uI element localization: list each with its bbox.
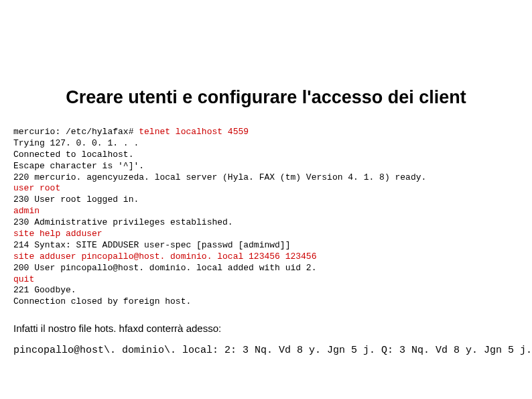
file-paragraph: Infatti il nostro file hots. hfaxd conte… xyxy=(13,323,519,334)
terminal-command-admin: admin xyxy=(13,206,40,216)
terminal-line: 214 Syntax: SITE ADDUSER user-spec [pass… xyxy=(13,240,290,250)
terminal-command-user: user root xyxy=(13,183,60,193)
terminal-line: Trying 127. 0. 0. 1. . . xyxy=(13,138,139,148)
terminal-command-telnet: telnet localhost 4559 xyxy=(139,127,249,137)
terminal-line: Escape character is '^]'. xyxy=(13,161,144,171)
terminal-prompt: mercurio: /etc/hylafax# xyxy=(13,127,139,137)
terminal-line: 230 Administrative privileges establishe… xyxy=(13,217,233,227)
terminal-command-quit: quit xyxy=(13,274,34,284)
terminal-line: 220 mercurio. agencyuzeda. local server … xyxy=(13,172,426,182)
terminal-line: 230 User root logged in. xyxy=(13,194,139,205)
terminal-line: Connected to localhost. xyxy=(13,150,133,160)
terminal-line: 200 User pincopallo@host. dominio. local… xyxy=(13,263,316,273)
hfaxd-line: pincopallo@host\. dominio\. local: 2: 3 … xyxy=(13,345,519,356)
terminal-line: Connection closed by foreign host. xyxy=(13,296,191,306)
terminal-command-help: site help adduser xyxy=(13,229,103,239)
terminal-output: mercurio: /etc/hylafax# telnet localhost… xyxy=(13,127,519,308)
page-container: Creare utenti e configurare l'accesso de… xyxy=(0,0,532,369)
terminal-line: 221 Goodbye. xyxy=(13,285,76,295)
page-title: Creare utenti e configurare l'accesso de… xyxy=(13,87,519,108)
terminal-command-adduser: site adduser pincopallo@host. dominio. l… xyxy=(13,251,316,262)
